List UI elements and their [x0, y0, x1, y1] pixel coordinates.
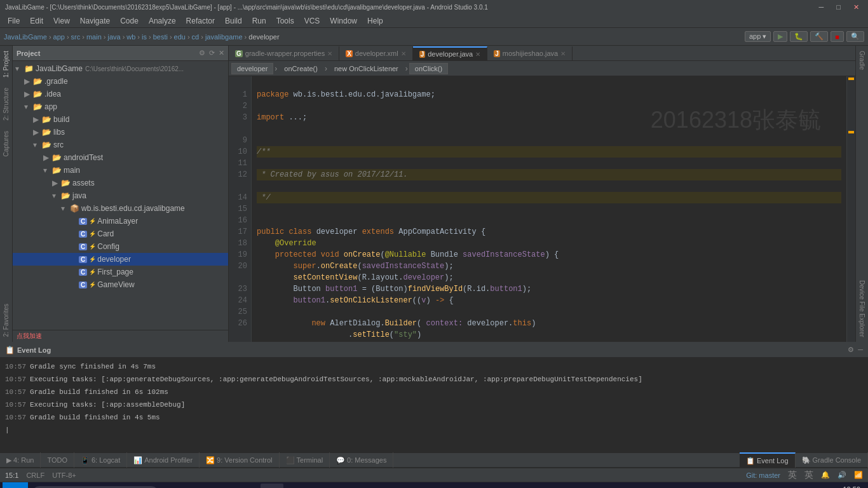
tree-item-libs[interactable]: ▶ 📂 libs	[13, 126, 228, 139]
code-content[interactable]: 20162318张泰毓package wb.is.besti.edu.cd.ja…	[252, 76, 846, 342]
taskbar-app-chrome[interactable]: 🔵	[236, 484, 259, 489]
tree-item-gradle[interactable]: ▶ 📂 .gradle	[13, 75, 228, 88]
tab-moshijieshao[interactable]: J moshijieshao.java ✕	[487, 46, 573, 60]
taskbar-search-box[interactable]: 🔍 在这里输入你要搜索的内容	[32, 486, 159, 489]
method-onclick[interactable]: onClick()	[409, 63, 448, 74]
method-onclicklistener[interactable]: new OnClickListener	[329, 63, 404, 74]
menu-window[interactable]: Window	[325, 15, 362, 27]
menu-vcs[interactable]: VCS	[299, 15, 325, 27]
tree-item-animalayer[interactable]: C ⚡ AnimaLayer	[13, 215, 228, 227]
bottom-tab-logcat[interactable]: 📱6: Logcat	[74, 452, 127, 468]
menu-navigate[interactable]: Navigate	[75, 15, 115, 27]
taskbar-app-6[interactable]: ⚡	[285, 484, 308, 489]
taskbar-app-9[interactable]: 💼	[357, 484, 380, 489]
menu-build[interactable]: Build	[220, 15, 247, 27]
xml-tab-close[interactable]: ✕	[401, 50, 406, 57]
taskbar-app-explorer[interactable]: 📁	[212, 484, 235, 489]
sidebar-tab-captures[interactable]: Captures	[1, 126, 11, 162]
nav-crumb-is[interactable]: is	[142, 33, 147, 41]
nav-crumb-javalibgame[interactable]: javalibgame	[205, 33, 243, 41]
tree-item-java[interactable]: ▾ 📂 java	[13, 189, 228, 202]
nav-crumb-developer[interactable]: developer	[248, 33, 279, 41]
project-settings-icon[interactable]: ⚙	[199, 49, 205, 57]
nav-crumb-project[interactable]: JavaLibGame	[4, 33, 47, 41]
menu-view[interactable]: View	[48, 15, 75, 27]
tree-item-developer[interactable]: C ⚡ developer	[13, 253, 228, 266]
nav-crumb-cd[interactable]: cd	[192, 33, 200, 41]
menu-edit[interactable]: Edit	[25, 15, 48, 27]
status-encoding[interactable]: UTF-8+	[52, 471, 76, 479]
right-tab-gradle[interactable]: Gradle	[857, 46, 867, 75]
tab-developer-xml[interactable]: X developer.xml ✕	[339, 46, 413, 60]
tree-item-root[interactable]: ▾ 📁 JavaLibGame C:\Users\think\Documents…	[13, 62, 228, 75]
project-close-icon[interactable]: ✕	[219, 49, 224, 57]
menu-code[interactable]: Code	[115, 15, 144, 27]
event-log-close-icon[interactable]: ─	[858, 346, 863, 354]
taskbar-app-8[interactable]: 📱	[333, 484, 356, 489]
right-tab-device-file[interactable]: Device File Explorer	[857, 275, 867, 342]
bottom-tab-terminal[interactable]: ⬛Terminal	[280, 452, 330, 468]
bottom-tab-run[interactable]: ▶4: Run	[0, 452, 41, 468]
tree-item-app[interactable]: ▾ 📂 app	[13, 100, 228, 113]
menu-tools[interactable]: Tools	[271, 15, 299, 27]
status-git[interactable]: Git: master	[746, 471, 780, 479]
app-dropdown-button[interactable]: app ▾	[745, 31, 771, 42]
tree-item-androidtest[interactable]: ▶ 📂 androidTest	[13, 151, 228, 164]
tree-item-first-page[interactable]: C ⚡ First_page	[13, 266, 228, 278]
bottom-tab-todo[interactable]: TODO	[41, 452, 74, 468]
sidebar-tab-structure[interactable]: 2: Structure	[1, 83, 11, 126]
tree-item-idea[interactable]: ▶ 📂 .idea	[13, 88, 228, 100]
debug-button[interactable]: 🐛	[790, 31, 808, 42]
java-tab-close[interactable]: ✕	[475, 51, 480, 58]
event-log-content[interactable]: 10:57 Gradle sync finished in 4s 7ms 10:…	[0, 358, 868, 452]
gradle-tab-close[interactable]: ✕	[327, 50, 332, 57]
taskbar-app-cortana[interactable]: 💬	[164, 484, 187, 489]
tree-item-src[interactable]: ▾ 📂 src	[13, 139, 228, 151]
menu-run[interactable]: Run	[247, 15, 271, 27]
tree-item-card[interactable]: C ⚡ Card	[13, 227, 228, 240]
minimize-button[interactable]: ─	[815, 3, 828, 11]
nav-crumb-app[interactable]: app	[53, 33, 65, 41]
tab-developer-java[interactable]: J developer.java ✕	[413, 46, 488, 60]
taskbar-app-edge[interactable]: 🌐	[188, 484, 211, 489]
taskbar-start-button[interactable]: ⊞	[3, 482, 28, 489]
build-button[interactable]: 🔨	[810, 31, 828, 42]
bottom-tab-profiler[interactable]: 📊Android Profiler	[127, 452, 200, 468]
bottom-tab-gradle-console[interactable]: 🐘Gradle Console	[796, 452, 868, 468]
nav-crumb-wb[interactable]: wb	[126, 33, 135, 41]
tree-item-package[interactable]: ▾ 📦 wb.is.besti.edu.cd.javalibgame	[13, 202, 228, 215]
event-log-settings-icon[interactable]: ⚙	[848, 346, 854, 354]
nav-crumb-src[interactable]: src	[71, 33, 81, 41]
stop-button[interactable]: ■	[831, 31, 844, 42]
bottom-tab-messages[interactable]: 💬0: Messages	[330, 452, 393, 468]
menu-analyze[interactable]: Analyze	[144, 15, 181, 27]
taskbar-app-7[interactable]: 🎮	[309, 484, 332, 489]
menu-file[interactable]: File	[3, 15, 25, 27]
tree-item-gameview[interactable]: C ⚡ GameView	[13, 278, 228, 291]
tree-item-main[interactable]: ▾ 📂 main	[13, 164, 228, 177]
method-developer[interactable]: developer	[231, 63, 273, 74]
tree-item-config[interactable]: C ⚡ Config	[13, 240, 228, 253]
project-sync-icon[interactable]: ⟳	[209, 49, 215, 57]
search-everywhere-button[interactable]: 🔍	[846, 31, 864, 42]
moshi-tab-close[interactable]: ✕	[560, 50, 566, 57]
sidebar-tab-project[interactable]: 1: Project	[1, 46, 11, 83]
bottom-tab-event-log[interactable]: 📋Event Log	[740, 452, 796, 468]
tree-item-assets[interactable]: ▶ 📂 assets	[13, 177, 228, 189]
sidebar-tab-favorites[interactable]: 2: Favorites	[1, 299, 11, 342]
method-oncreate[interactable]: onCreate()	[278, 63, 323, 74]
nav-crumb-java[interactable]: java	[107, 33, 120, 41]
status-crlf[interactable]: CRLF	[26, 471, 44, 479]
nav-crumb-edu[interactable]: edu	[174, 33, 186, 41]
taskbar-app-5[interactable]: AS	[261, 484, 283, 489]
menu-refactor[interactable]: Refactor	[181, 15, 220, 27]
nav-crumb-main[interactable]: main	[86, 33, 102, 41]
run-button[interactable]: ▶	[773, 31, 787, 42]
maximize-button[interactable]: □	[832, 3, 844, 11]
bottom-tab-version[interactable]: 🔀9: Version Control	[200, 452, 279, 468]
menu-help[interactable]: Help	[362, 15, 388, 27]
tree-item-build[interactable]: ▶ 📂 build	[13, 113, 228, 126]
close-button[interactable]: ✕	[850, 3, 863, 11]
nav-crumb-besti[interactable]: besti	[153, 33, 168, 41]
taskbar-app-10[interactable]: 🔴	[381, 484, 404, 489]
